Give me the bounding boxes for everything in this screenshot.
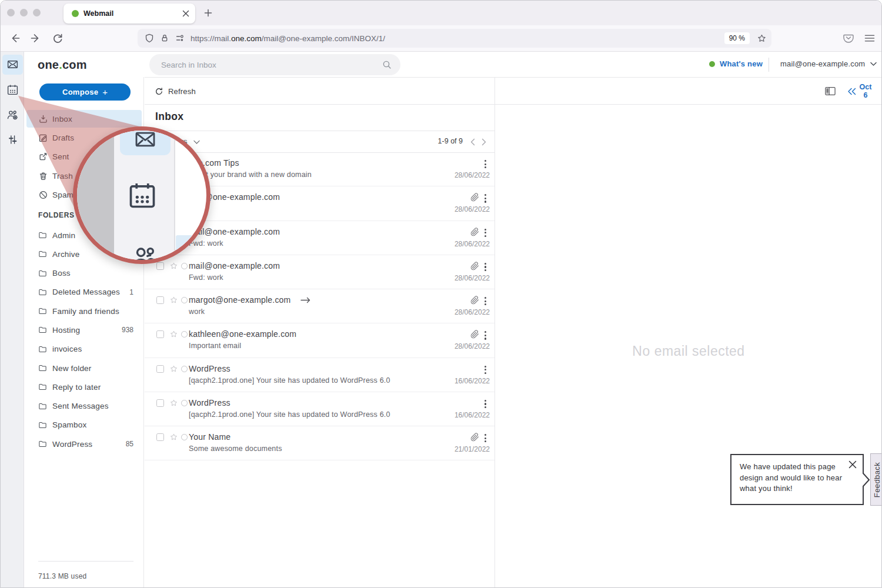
magnified-calendar-icon	[127, 180, 158, 211]
account-menu[interactable]: mail@one-example.com	[780, 59, 877, 68]
row-star-icon[interactable]	[169, 330, 178, 339]
feedback-popup: We have updated this page design and wou…	[730, 454, 864, 505]
folder-icon	[38, 307, 47, 315]
row-star-icon[interactable]	[169, 365, 178, 373]
email-row[interactable]: Your Name Some awesome documents 21/01/2…	[145, 426, 495, 460]
row-menu-icon[interactable]	[485, 297, 486, 305]
whats-new-link[interactable]: What's new	[709, 59, 763, 68]
row-subject: Some awesome documents	[189, 445, 282, 453]
email-row[interactable]: kathleen@one-example.com Important email…	[145, 323, 495, 358]
window-controls[interactable]	[7, 9, 41, 16]
sidebar-folder-item[interactable]: Sent Messages	[26, 397, 142, 415]
row-checkbox[interactable]	[156, 365, 164, 373]
row-menu-icon[interactable]	[485, 366, 486, 374]
mail-module-icon[interactable]	[6, 58, 19, 71]
forward-icon[interactable]	[30, 32, 42, 44]
search-icon[interactable]	[382, 60, 392, 69]
row-star-icon[interactable]	[169, 262, 178, 270]
search-input[interactable]	[161, 54, 379, 75]
folder-label: Spambox	[52, 420, 86, 429]
sidebar-folder-item[interactable]: Reply to later	[26, 378, 142, 396]
sidebar-item-inbox[interactable]: Inbox	[26, 110, 142, 128]
sidebar-folder-item[interactable]: Spambox	[26, 416, 142, 434]
page-prev-icon[interactable]	[470, 138, 475, 146]
sidebar-folder-item[interactable]: Boss	[26, 265, 142, 282]
window-close-button[interactable]	[7, 9, 15, 16]
search-bar[interactable]	[149, 54, 400, 75]
row-sender: WordPress	[189, 398, 230, 407]
menu-hamburger-icon[interactable]	[864, 32, 876, 44]
storage-used-label: 711.3 MB used	[38, 572, 86, 580]
row-date: 28/06/2022	[455, 274, 490, 282]
chevron-down-icon[interactable]	[193, 140, 200, 145]
permissions-icon[interactable]	[175, 34, 185, 43]
attachment-icon	[470, 262, 479, 270]
calendar-module-icon[interactable]	[6, 83, 19, 96]
row-readstate-icon[interactable]	[181, 263, 188, 269]
sidebar-folder-item[interactable]: WordPress 85	[26, 435, 142, 453]
browser-tab[interactable]: Webmail	[64, 4, 195, 24]
collapse-panel-icon[interactable]	[847, 88, 856, 95]
toolbar-bottom-line	[145, 104, 882, 105]
sidebar-folder-item[interactable]: Family and friends	[26, 302, 142, 320]
back-icon[interactable]	[9, 32, 21, 44]
window-maximize-button[interactable]	[33, 9, 41, 16]
pocket-icon[interactable]	[843, 32, 854, 44]
refresh-button[interactable]: Refresh	[155, 87, 196, 96]
row-readstate-icon[interactable]	[181, 434, 188, 440]
folder-label: Reply to later	[52, 383, 101, 392]
row-menu-icon[interactable]	[485, 331, 486, 339]
row-menu-icon[interactable]	[485, 434, 486, 442]
trash-icon	[38, 171, 48, 181]
row-checkbox[interactable]	[156, 296, 164, 304]
email-row[interactable]: mail@one-example.com Fwd: work 28/06/202…	[145, 255, 495, 289]
sidebar-folder-item[interactable]: Deleted Messages 1	[26, 283, 142, 301]
row-menu-icon[interactable]	[485, 229, 486, 237]
compose-button[interactable]: Compose +	[39, 83, 131, 101]
reading-pane-toggle-icon[interactable]	[825, 86, 836, 96]
row-checkbox[interactable]	[156, 433, 164, 441]
feedback-close-icon[interactable]	[848, 460, 857, 469]
folder-count: 85	[126, 440, 142, 448]
contacts-module-icon[interactable]	[6, 109, 19, 121]
reload-icon[interactable]	[52, 32, 64, 44]
new-tab-icon[interactable]	[204, 9, 212, 17]
attachment-icon	[470, 228, 479, 236]
row-subject: Important email	[189, 342, 241, 350]
row-menu-icon[interactable]	[485, 160, 486, 168]
row-readstate-icon[interactable]	[181, 400, 188, 406]
settings-sliders-icon[interactable]	[6, 133, 19, 146]
page-next-icon[interactable]	[482, 138, 486, 146]
url-bar[interactable]: https://mail.one.com/mail@one-example.co…	[138, 29, 771, 48]
row-readstate-icon[interactable]	[181, 297, 188, 303]
one-com-logo[interactable]: one.com	[38, 58, 87, 72]
sidebar-folder-item[interactable]: invoices	[26, 340, 142, 358]
shield-icon[interactable]	[145, 34, 154, 43]
sidebar-folder-item[interactable]: Hosting 938	[26, 321, 142, 339]
row-menu-icon[interactable]	[485, 194, 486, 202]
row-checkbox[interactable]	[156, 262, 164, 270]
window-minimize-button[interactable]	[20, 9, 28, 16]
row-star-icon[interactable]	[169, 296, 178, 305]
bookmark-star-icon[interactable]	[757, 34, 767, 44]
row-readstate-icon[interactable]	[181, 331, 188, 338]
sidebar-folder-item[interactable]: New folder	[26, 359, 142, 377]
page-zoom-indicator[interactable]: 90 %	[724, 32, 750, 44]
email-row[interactable]: margot@one-example.com work 28/06/2022	[145, 289, 495, 323]
tab-close-icon[interactable]	[182, 10, 189, 17]
lock-icon[interactable]	[160, 34, 169, 43]
email-row[interactable]: WordPress [qacph2.1prod.one] Your site h…	[145, 392, 495, 426]
row-star-icon[interactable]	[169, 433, 178, 442]
row-menu-icon[interactable]	[485, 263, 486, 271]
row-star-icon[interactable]	[169, 399, 178, 407]
row-readstate-icon[interactable]	[181, 366, 188, 372]
attachment-icon	[470, 296, 479, 305]
feedback-tab[interactable]: Feedback	[870, 453, 882, 506]
folder-icon	[38, 269, 47, 278]
folder-icon	[38, 402, 47, 410]
email-row[interactable]: WordPress [qacph2.1prod.one] Your site h…	[145, 358, 495, 392]
row-checkbox[interactable]	[156, 330, 164, 338]
row-checkbox[interactable]	[156, 399, 164, 407]
mini-calendar-date[interactable]: Oct 6	[857, 83, 874, 99]
row-menu-icon[interactable]	[485, 400, 486, 408]
